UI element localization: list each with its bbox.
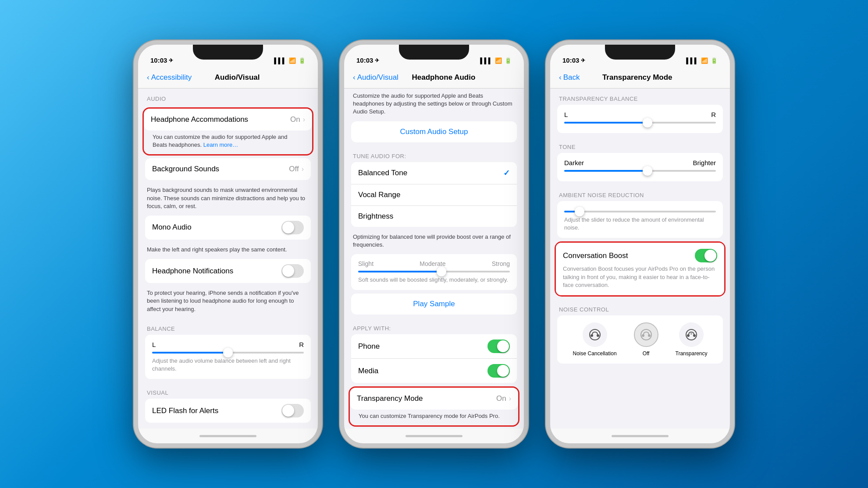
- transparency-balance-label: TRANSPARENCY BALANCE: [550, 88, 730, 105]
- strength-slider-thumb[interactable]: [437, 267, 446, 276]
- headphone-accommodations-title: Headphone Accommodations: [151, 115, 290, 124]
- learn-more-link[interactable]: Learn more…: [203, 141, 238, 148]
- battery-icon-3: 🔋: [711, 57, 718, 64]
- headphone-accommodations-row[interactable]: Headphone Accommodations On ›: [144, 109, 312, 131]
- balance-right-label: R: [299, 341, 304, 348]
- noise-off-option[interactable]: Off: [634, 322, 658, 357]
- headphone-notifications-main: Headphone Notifications: [152, 267, 281, 276]
- noise-control-label: NOISE CONTROL: [550, 299, 730, 315]
- conversation-boost-title: Conversation Boost: [563, 251, 628, 260]
- noise-off-label: Off: [643, 350, 650, 357]
- home-bar-2: [406, 435, 462, 437]
- back-button-2[interactable]: ‹ Audio/Visual: [353, 73, 398, 82]
- status-time-2: 10:03 ✈: [356, 57, 379, 64]
- conversation-boost-toggle[interactable]: [695, 249, 717, 262]
- background-sounds-title: Background Sounds: [152, 165, 289, 173]
- balance-slider-track[interactable]: [152, 352, 304, 354]
- nav-title-2: Headphone Audio: [398, 73, 489, 82]
- scroll-area-1[interactable]: AUDIO Headphone Accommodations On ›: [138, 88, 318, 428]
- signal-icon-1: ▌▌▌: [274, 57, 286, 64]
- tune-desc-text: Optimizing for balanced tone will provid…: [353, 233, 511, 248]
- mono-audio-knob: [282, 222, 294, 233]
- t-balance-left: L: [564, 111, 568, 118]
- led-flash-row: LED Flash for Alerts: [145, 399, 311, 423]
- apply-with-card: Phone Media: [351, 334, 517, 383]
- headphone-accommodations-main: Headphone Accommodations: [151, 115, 290, 124]
- phone-toggle-knob: [497, 340, 509, 352]
- phone-2: 10:03 ✈ ▌▌▌ 📶 🔋 ‹ Audio/Visual Headphone…: [340, 40, 528, 448]
- transparency-mode-desc-text: You can customize Transparency mode for …: [359, 413, 500, 419]
- transparency-balance-track[interactable]: [564, 122, 716, 124]
- back-button-1[interactable]: ‹ Accessibility: [147, 73, 192, 82]
- screen-content-3: TRANSPARENCY BALANCE L R TONE Darker Bri…: [550, 88, 730, 428]
- battery-icon-2: 🔋: [505, 57, 512, 64]
- tone-slider-thumb[interactable]: [643, 166, 652, 176]
- background-sounds-desc-text: Plays background sounds to mask unwanted…: [147, 187, 305, 209]
- conversation-boost-title-row: Conversation Boost: [563, 249, 717, 262]
- background-sounds-row[interactable]: Background Sounds Off ›: [145, 158, 311, 180]
- transparency-mode-title: Transparency Mode: [357, 394, 496, 403]
- tune-brightness-row[interactable]: Brightness: [351, 206, 517, 227]
- play-sample-text[interactable]: Play Sample: [413, 300, 455, 308]
- phone-3: 10:03 ✈ ▌▌▌ 📶 🔋 ‹ Back Transparency Mode…: [546, 40, 734, 448]
- custom-audio-text[interactable]: Custom Audio Setup: [400, 127, 468, 136]
- tone-section: Darker Brighter: [557, 153, 723, 181]
- back-label-3[interactable]: Back: [563, 73, 580, 82]
- noise-control-section: Noise Cancellation Off: [557, 315, 723, 364]
- background-sounds-card: Background Sounds Off ›: [145, 158, 311, 180]
- battery-icon-1: 🔋: [299, 57, 306, 64]
- strength-slider-section: Slight Moderate Strong Soft sounds will …: [351, 254, 517, 290]
- scroll-area-3[interactable]: TRANSPARENCY BALANCE L R TONE Darker Bri…: [550, 88, 730, 428]
- noise-cancellation-option[interactable]: Noise Cancellation: [573, 322, 617, 357]
- balance-slider-thumb[interactable]: [223, 348, 233, 357]
- notch-1: [193, 45, 263, 60]
- tune-brightness-label: Brightness: [358, 212, 510, 221]
- tone-slider-track[interactable]: [564, 170, 716, 172]
- led-flash-toggle[interactable]: [281, 404, 304, 417]
- tone-darker-label: Darker: [564, 159, 584, 166]
- led-flash-title: LED Flash for Alerts: [152, 407, 281, 415]
- status-icons-3: ▌▌▌ 📶 🔋: [686, 57, 718, 64]
- media-toggle[interactable]: [487, 364, 510, 378]
- strength-slider-track[interactable]: [358, 271, 510, 272]
- mono-audio-toggle[interactable]: [281, 221, 304, 234]
- balance-left-label: L: [152, 341, 156, 348]
- headphone-notifications-desc-text: To protect your hearing, iPhone sends a …: [147, 290, 299, 312]
- tune-desc: Optimizing for balanced tone will provid…: [344, 230, 524, 254]
- custom-audio-btn[interactable]: Custom Audio Setup: [351, 121, 517, 142]
- conversation-boost-knob: [704, 250, 716, 262]
- strength-slider-fill: [358, 271, 441, 272]
- balance-slider-fill: [152, 352, 228, 354]
- svg-point-9: [690, 333, 692, 335]
- headphone-accommodations-highlight: Headphone Accommodations On › You can cu…: [142, 107, 313, 156]
- scroll-area-2[interactable]: Customize the audio for supported Apple …: [344, 88, 524, 428]
- home-bar-1: [199, 435, 256, 437]
- transparency-mode-value: On: [496, 394, 506, 403]
- media-row: Media: [351, 359, 517, 383]
- noise-transparency-option[interactable]: Transparency: [676, 322, 708, 357]
- play-sample-btn[interactable]: Play Sample: [351, 294, 517, 315]
- back-label-2[interactable]: Audio/Visual: [357, 73, 398, 82]
- mono-audio-desc: Make the left and right speakers play th…: [138, 243, 318, 259]
- tone-lr: Darker Brighter: [564, 159, 716, 166]
- ambient-slider-thumb[interactable]: [575, 207, 584, 216]
- balance-lr: L R: [152, 341, 304, 348]
- tune-vocal-row[interactable]: Vocal Range: [351, 184, 517, 206]
- phone-title: Phone: [358, 342, 487, 351]
- back-button-3[interactable]: ‹ Back: [559, 73, 580, 82]
- location-icon-1: ✈: [169, 57, 173, 64]
- headphone-notifications-toggle[interactable]: [281, 264, 304, 278]
- ambient-slider-track[interactable]: [564, 211, 716, 212]
- transparency-balance-lr: L R: [564, 111, 716, 118]
- nav-title-3: Transparency Mode: [580, 73, 695, 82]
- back-label-1[interactable]: Accessibility: [151, 73, 192, 82]
- transparency-mode-row[interactable]: Transparency Mode On ›: [350, 388, 518, 410]
- location-icon-2: ✈: [375, 57, 379, 64]
- tune-balanced-row[interactable]: Balanced Tone ✓: [351, 162, 517, 184]
- transparency-balance-thumb[interactable]: [643, 118, 652, 127]
- phone-toggle[interactable]: [487, 339, 510, 353]
- mono-audio-card: Mono Audio: [145, 216, 311, 240]
- headphone-accommodations-desc: You can customize the audio for supporte…: [144, 131, 312, 154]
- screen-content-2: Customize the audio for supported Apple …: [344, 88, 524, 428]
- tune-for-label: TUNE AUDIO FOR:: [344, 146, 524, 162]
